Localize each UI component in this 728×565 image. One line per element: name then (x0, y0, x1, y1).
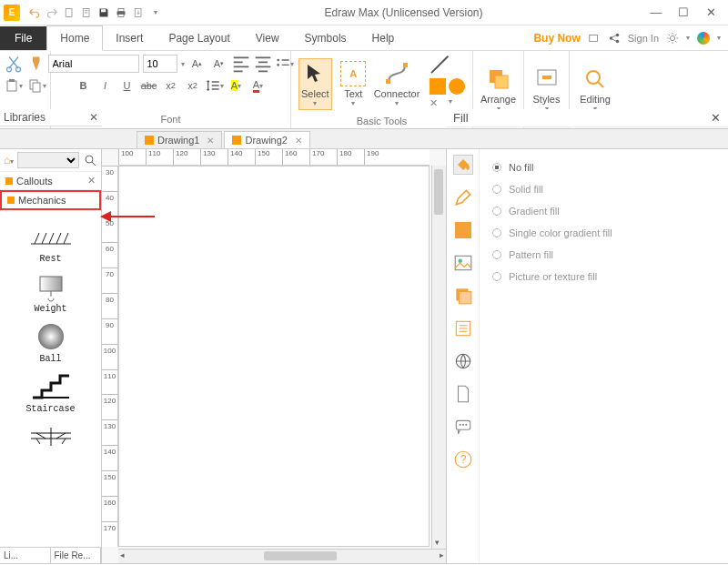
format-painter-icon[interactable] (28, 55, 46, 73)
edraw-logo-icon[interactable] (697, 32, 710, 45)
doctab-close-icon[interactable]: ✕ (295, 136, 302, 146)
svg-point-11 (670, 35, 674, 40)
bold-icon[interactable]: B (75, 76, 93, 95)
tab-help[interactable]: Help (359, 26, 408, 50)
undo-icon[interactable] (27, 5, 42, 20)
styles-tool[interactable]: Styles ▾ (531, 65, 562, 115)
subscript-icon[interactable]: x2 (162, 76, 180, 95)
superscript-icon[interactable]: x2 (184, 76, 202, 95)
doctab-close-icon[interactable]: ✕ (207, 136, 214, 146)
qat-dropdown-icon[interactable]: ▾ (148, 5, 163, 20)
image-icon[interactable] (453, 253, 473, 273)
shape-ball[interactable]: Ball (4, 321, 97, 364)
doctab-drawing1[interactable]: Drawing1✕ (136, 131, 222, 148)
sign-in-link[interactable]: Sign In (628, 33, 659, 44)
help-icon[interactable]: ? (453, 449, 473, 469)
fill-option-nofill[interactable]: No fill (490, 156, 717, 178)
underline-icon[interactable]: U (118, 76, 136, 95)
library-category-callouts[interactable]: Callouts ✕ (0, 172, 101, 190)
svg-point-37 (461, 424, 463, 426)
comment-icon[interactable] (453, 417, 473, 437)
font-color-icon[interactable]: A▾ (249, 76, 268, 95)
pen-icon[interactable] (453, 187, 473, 207)
close-button[interactable]: ✕ (699, 4, 723, 22)
library-select[interactable] (17, 152, 79, 168)
align-center-icon[interactable] (254, 55, 272, 73)
vertical-scrollbar[interactable]: ▴ ▾ (431, 166, 446, 549)
line-tool-icon[interactable] (430, 55, 450, 75)
align-left-icon[interactable] (232, 55, 250, 73)
shape-rest[interactable]: Rest (4, 221, 97, 264)
library-search-icon[interactable] (83, 153, 97, 167)
maximize-button[interactable]: ☐ (672, 4, 695, 22)
library-category-mechanics[interactable]: Mechanics (0, 190, 101, 210)
fill-option-pattern[interactable]: Pattern fill (490, 244, 717, 266)
tab-home[interactable]: Home (46, 25, 103, 51)
radio-icon (492, 185, 501, 194)
drawing-canvas[interactable] (118, 166, 430, 547)
font-name-input[interactable] (48, 55, 139, 73)
buy-now-link[interactable]: Buy Now (533, 32, 580, 45)
circle-shape-icon[interactable] (449, 78, 465, 95)
tab-insert[interactable]: Insert (103, 26, 156, 50)
text-tool[interactable]: A Text ▾ (338, 59, 369, 109)
tab-page-layout[interactable]: Page Layout (156, 26, 242, 50)
editing-tool[interactable]: Editing ▾ (577, 65, 613, 115)
new-doc-icon[interactable] (62, 5, 76, 20)
layers-icon[interactable] (453, 286, 473, 306)
highlight-icon[interactable]: A▾ (228, 76, 246, 95)
libraries-close-icon[interactable]: ✕ (89, 111, 98, 124)
font-size-caret[interactable]: ▾ (181, 60, 185, 68)
radio-icon (492, 250, 501, 259)
lib-bottom-tab-2[interactable]: File Re... (51, 548, 102, 563)
tab-view[interactable]: View (243, 26, 292, 50)
grow-font-icon[interactable]: A▴ (188, 55, 207, 73)
fill-option-gradient[interactable]: Gradient fill (490, 200, 717, 222)
save-icon[interactable] (96, 5, 111, 20)
arrange-tool[interactable]: Arrange ▾ (479, 65, 518, 115)
share-icon[interactable] (608, 32, 621, 45)
shape-truss[interactable] (4, 421, 97, 452)
category-close-icon[interactable]: ✕ (87, 175, 96, 187)
spacing-icon[interactable]: ▾ (206, 76, 224, 95)
fill-option-single-gradient[interactable]: Single color gradient fill (490, 222, 717, 244)
globe-icon[interactable] (453, 351, 473, 371)
logo-dropdown-icon[interactable]: ▾ (717, 34, 721, 42)
solid-color-icon[interactable] (453, 220, 473, 240)
font-size-input[interactable] (143, 55, 177, 73)
strikethrough-icon[interactable]: abc (140, 76, 158, 95)
export-icon[interactable] (131, 5, 146, 20)
file-menu[interactable]: File (0, 26, 46, 50)
open-doc-icon[interactable] (79, 5, 94, 20)
print-icon[interactable] (114, 5, 128, 20)
lib-bottom-tab-1[interactable]: Li... (0, 548, 51, 563)
fill-bucket-icon[interactable] (453, 155, 473, 175)
shrink-font-icon[interactable]: A▾ (210, 55, 228, 73)
italic-icon[interactable]: I (96, 76, 115, 95)
shape-weight[interactable]: Weight (4, 271, 97, 314)
gear-dropdown-icon[interactable]: ▾ (686, 34, 690, 42)
redo-icon[interactable] (45, 5, 59, 20)
svg-text:?: ? (460, 453, 466, 466)
select-tool[interactable]: Select ▾ (298, 58, 332, 110)
horizontal-scrollbar[interactable]: ◂ ▸ (118, 549, 446, 563)
vertical-ruler: 30405060708090100110120130140150160170 (102, 166, 118, 547)
x-shape-icon[interactable]: ✕ (430, 97, 446, 114)
minimize-button[interactable]: — (644, 4, 668, 22)
page-icon[interactable] (453, 384, 473, 404)
cart-icon[interactable] (588, 32, 601, 45)
fill-panel-close-icon[interactable]: ✕ (711, 111, 721, 125)
gear-icon[interactable] (666, 32, 679, 45)
connector-tool[interactable]: Connector ▾ (375, 59, 419, 109)
library-home-icon[interactable]: ⌂▾ (4, 154, 14, 166)
copy-icon[interactable]: ▾ (28, 76, 46, 95)
square-shape-icon[interactable] (430, 78, 446, 95)
tab-symbols[interactable]: Symbols (292, 26, 359, 50)
shape-staircase[interactable]: Staircase (4, 371, 97, 414)
list-icon[interactable] (453, 318, 473, 338)
paste-icon[interactable]: ▾ (5, 76, 23, 95)
cut-icon[interactable] (5, 55, 23, 73)
fill-option-solid[interactable]: Solid fill (490, 178, 717, 200)
fill-option-texture[interactable]: Picture or texture fill (490, 266, 717, 288)
doctab-drawing2[interactable]: Drawing2✕ (224, 131, 309, 148)
